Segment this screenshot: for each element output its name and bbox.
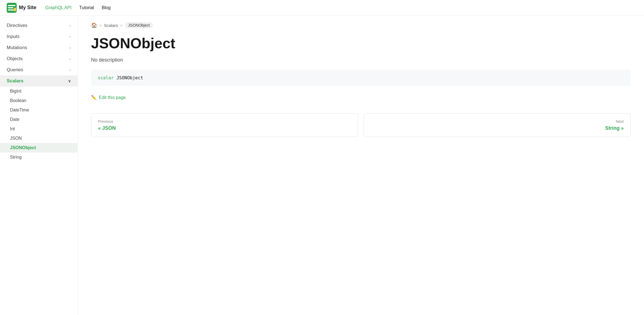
prev-page-card[interactable]: Previous « JSON <box>91 113 358 137</box>
sidebar-sub-boolean[interactable]: Boolean <box>0 96 77 105</box>
sidebar-item-queries[interactable]: Queries › <box>0 64 77 75</box>
svg-rect-3 <box>8 9 14 11</box>
next-name: String » <box>371 125 624 131</box>
svg-rect-4 <box>14 8 16 11</box>
logo-icon <box>7 3 17 13</box>
site-logo[interactable]: My Site <box>7 3 36 13</box>
sidebar-item-directives[interactable]: Directives › <box>0 20 77 31</box>
svg-rect-2 <box>8 7 13 8</box>
svg-rect-1 <box>8 5 16 6</box>
sidebar-sub-string[interactable]: String <box>0 153 77 162</box>
chevron-right-icon: › <box>69 57 71 61</box>
page-description: No description <box>91 57 631 63</box>
edit-page-link[interactable]: ✏️ Edit this page <box>91 95 631 100</box>
next-label: Next <box>371 119 624 124</box>
breadcrumb-current: JSONObject <box>125 22 153 28</box>
next-page-card[interactable]: Next String » <box>364 113 631 137</box>
chevron-down-icon: ∨ <box>68 79 71 83</box>
sidebar-item-inputs[interactable]: Inputs › <box>0 31 77 42</box>
chevron-right-icon: › <box>69 34 71 39</box>
chevron-right-icon: › <box>69 68 71 72</box>
top-nav: My Site GraphQL API Tutorial Blog <box>0 0 644 16</box>
sidebar: Directives › Inputs › Mutations › Object… <box>0 16 78 315</box>
page-title: JSONObject <box>91 35 631 52</box>
prev-label: Previous <box>98 119 351 124</box>
nav-graphql-api[interactable]: GraphQL API <box>45 5 72 10</box>
main-layout: Directives › Inputs › Mutations › Object… <box>0 16 644 315</box>
sidebar-sub-json[interactable]: JSON <box>0 134 77 143</box>
sidebar-item-label: Queries <box>7 67 23 73</box>
pencil-icon: ✏️ <box>91 95 97 100</box>
sidebar-item-scalars[interactable]: Scalars ∨ <box>0 75 77 87</box>
breadcrumb-sep-2: > <box>120 23 123 28</box>
breadcrumb-home[interactable]: 🏠 <box>91 22 97 28</box>
sidebar-item-label: Scalars <box>7 78 24 84</box>
code-block: scalar JSONObject <box>91 70 631 86</box>
chevron-right-icon: › <box>69 45 71 50</box>
nav-tutorial[interactable]: Tutorial <box>79 5 94 10</box>
site-name: My Site <box>19 5 36 11</box>
sidebar-item-mutations[interactable]: Mutations › <box>0 42 77 53</box>
sidebar-sub-int[interactable]: Int <box>0 124 77 134</box>
nav-links: GraphQL API Tutorial Blog <box>45 5 110 10</box>
breadcrumb-sep-1: > <box>99 23 102 28</box>
pagination: Previous « JSON Next String » <box>91 113 631 137</box>
sidebar-item-label: Directives <box>7 23 27 28</box>
sidebar-item-objects[interactable]: Objects › <box>0 53 77 64</box>
sidebar-sub-bigint[interactable]: BigInt <box>0 87 77 96</box>
sidebar-item-label: Objects <box>7 56 23 62</box>
chevron-right-icon: › <box>69 23 71 28</box>
edit-label: Edit this page <box>99 95 126 100</box>
sidebar-sub-datetime[interactable]: DateTime <box>0 105 77 115</box>
nav-blog[interactable]: Blog <box>102 5 110 10</box>
prev-name: « JSON <box>98 125 351 131</box>
main-content: 🏠 > Scalars > JSONObject JSONObject No d… <box>78 16 644 315</box>
sidebar-item-label: Inputs <box>7 34 19 39</box>
sidebar-sub-jsonobject[interactable]: JSONObject <box>0 143 77 153</box>
sidebar-sub-date[interactable]: Date <box>0 115 77 124</box>
sidebar-item-label: Mutations <box>7 45 27 50</box>
code-type-name: JSONObject <box>116 75 143 80</box>
breadcrumb-scalars[interactable]: Scalars <box>104 23 118 28</box>
code-keyword: scalar <box>98 75 114 80</box>
breadcrumb: 🏠 > Scalars > JSONObject <box>91 22 631 28</box>
